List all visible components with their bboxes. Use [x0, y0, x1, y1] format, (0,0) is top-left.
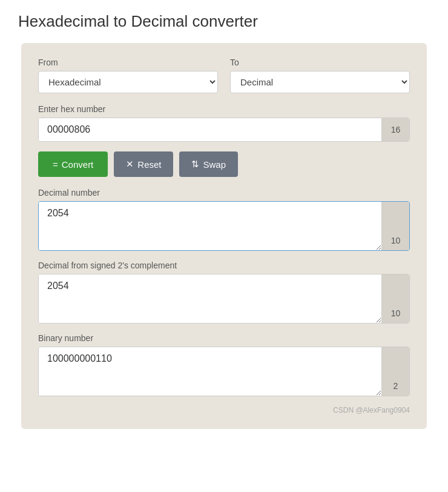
signed-output-label: Decimal from signed 2's complement [38, 261, 410, 270]
decimal-output-wrapper: 10 [38, 201, 410, 251]
to-group: To Decimal Hexadecimal Binary Octal [230, 58, 410, 93]
from-group: From Hexadecimal Decimal Binary Octal [38, 58, 218, 93]
convert-label: Convert [62, 159, 94, 170]
hex-input[interactable] [39, 118, 381, 141]
watermark: CSDN @AlexFang0904 [38, 406, 410, 414]
binary-output-label: Binary number [38, 333, 410, 343]
from-to-row: From Hexadecimal Decimal Binary Octal To… [38, 58, 410, 93]
swap-button[interactable]: ⇅ Swap [179, 151, 238, 177]
hex-input-label: Enter hex number [38, 104, 410, 114]
buttons-row: = Convert ✕ Reset ⇅ Swap [38, 151, 410, 177]
signed-base-badge: 10 [381, 274, 409, 323]
to-label: To [230, 58, 410, 67]
swap-label: Swap [203, 159, 226, 170]
reset-label: Reset [137, 159, 161, 170]
signed-output-wrapper: 10 [38, 274, 410, 324]
swap-icon: ⇅ [191, 159, 199, 170]
hex-input-wrapper: 16 [38, 118, 410, 142]
hex-input-group: Enter hex number 16 [38, 104, 410, 142]
to-select[interactable]: Decimal Hexadecimal Binary Octal [230, 71, 410, 93]
binary-base-badge: 2 [381, 347, 409, 396]
from-label: From [38, 58, 218, 67]
binary-output-group: Binary number 2 [38, 333, 410, 396]
reset-button[interactable]: ✕ Reset [114, 151, 173, 177]
decimal-output-field[interactable] [39, 202, 381, 250]
convert-icon: = [53, 159, 58, 170]
decimal-base-badge: 10 [381, 202, 409, 250]
signed-output-field[interactable] [39, 274, 381, 323]
from-select[interactable]: Hexadecimal Decimal Binary Octal [38, 71, 218, 93]
decimal-output-group: Decimal number 10 [38, 188, 410, 251]
page-title: Hexadecimal to Decimal converter [18, 12, 436, 31]
convert-button[interactable]: = Convert [38, 151, 108, 177]
binary-output-wrapper: 2 [38, 347, 410, 396]
decimal-output-label: Decimal number [38, 188, 410, 198]
reset-icon: ✕ [126, 159, 134, 170]
binary-output-field[interactable] [39, 347, 381, 396]
hex-base-badge: 16 [381, 118, 409, 141]
signed-output-group: Decimal from signed 2's complement 10 [38, 261, 410, 324]
converter-card: From Hexadecimal Decimal Binary Octal To… [21, 43, 427, 429]
